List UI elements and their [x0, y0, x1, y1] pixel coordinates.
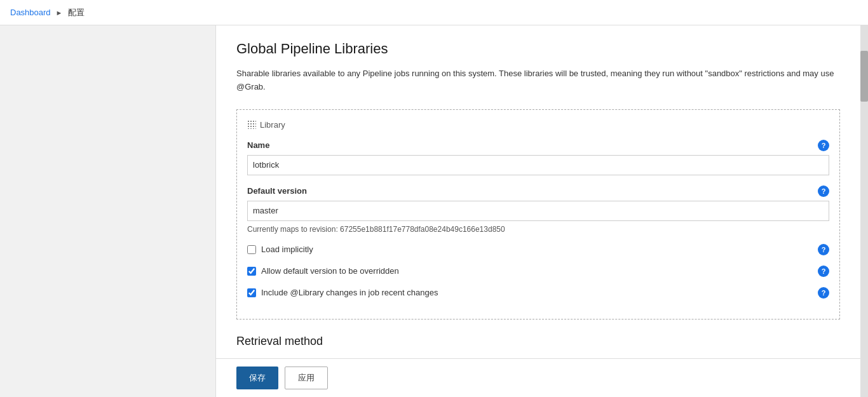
apply-button[interactable]: 应用 — [285, 367, 328, 389]
breadcrumb-current: 配置 — [68, 7, 85, 18]
include-library-changes-row: Include @Library changes in job recent c… — [247, 287, 829, 299]
breadcrumb-dashboard[interactable]: Dashboard — [10, 8, 51, 17]
sidebar — [0, 25, 216, 397]
default-version-help-icon[interactable]: ? — [818, 185, 829, 197]
default-version-form-group: Default version ? Currently maps to revi… — [247, 185, 829, 234]
library-label-text: Library — [260, 120, 285, 130]
allow-override-help-icon[interactable]: ? — [818, 266, 829, 277]
load-implicitly-left: Load implicitly — [247, 245, 313, 254]
content-area: Global Pipeline Libraries Sharable libra… — [216, 25, 860, 397]
scrollbar-thumb[interactable] — [860, 51, 868, 102]
name-input[interactable] — [247, 155, 829, 175]
library-section: Library Name ? Default version ? Current… — [236, 109, 840, 320]
load-implicitly-label[interactable]: Load implicitly — [261, 245, 313, 254]
load-implicitly-row: Load implicitly ? — [247, 244, 829, 255]
name-help-icon[interactable]: ? — [818, 140, 829, 151]
breadcrumb-separator: ► — [56, 9, 63, 17]
save-button[interactable]: 保存 — [236, 367, 278, 389]
include-library-changes-label[interactable]: Include @Library changes in job recent c… — [261, 288, 438, 297]
allow-override-left: Allow default version to be overridden — [247, 266, 399, 276]
allow-override-checkbox[interactable] — [247, 267, 256, 276]
action-bar: 保存 应用 — [216, 358, 860, 397]
revision-text: Currently maps to revision: 67255e1b881f… — [247, 225, 829, 234]
include-library-changes-left: Include @Library changes in job recent c… — [247, 288, 438, 297]
default-version-label: Default version — [247, 186, 307, 196]
load-implicitly-help-icon[interactable]: ? — [818, 244, 829, 255]
scrollbar-track[interactable] — [860, 25, 868, 397]
allow-override-row: Allow default version to be overridden ? — [247, 266, 829, 277]
default-version-input[interactable] — [247, 201, 829, 221]
load-implicitly-checkbox[interactable] — [247, 245, 256, 254]
name-label: Name — [247, 140, 269, 150]
include-library-changes-checkbox[interactable] — [247, 288, 256, 297]
library-dotted-icon — [247, 120, 256, 129]
main-layout: Global Pipeline Libraries Sharable libra… — [0, 25, 868, 397]
page-description: Sharable libraries available to any Pipe… — [236, 67, 840, 94]
breadcrumb-bar: Dashboard ► 配置 — [0, 0, 868, 25]
name-form-group: Name ? — [247, 140, 829, 175]
library-label: Library — [247, 120, 829, 130]
include-library-changes-help-icon[interactable]: ? — [818, 287, 829, 299]
allow-override-label[interactable]: Allow default version to be overridden — [261, 266, 399, 276]
name-label-row: Name ? — [247, 140, 829, 151]
retrieval-title: Retrieval method — [236, 335, 840, 348]
default-version-label-row: Default version ? — [247, 185, 829, 197]
page-title: Global Pipeline Libraries — [236, 41, 840, 57]
